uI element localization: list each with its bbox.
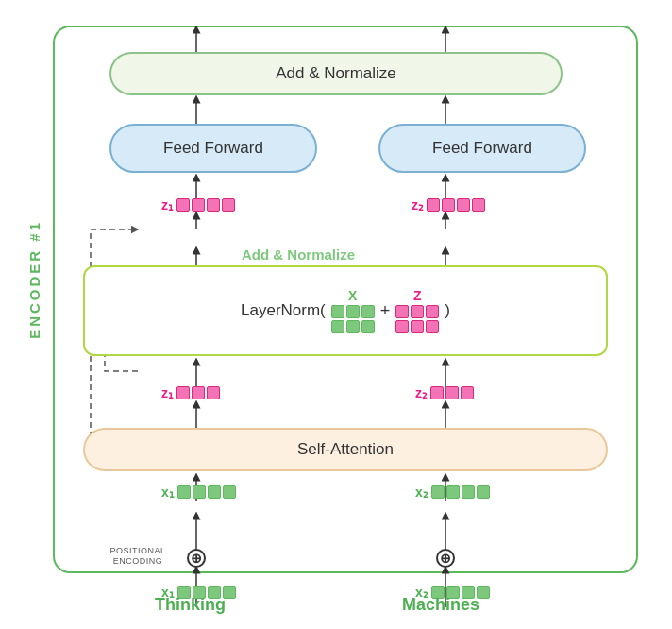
x2-input-right: x₂ bbox=[415, 484, 490, 500]
add-normalize-top: Add & Normalize bbox=[109, 52, 563, 95]
word-machines: Machines bbox=[402, 595, 479, 615]
diagram: ENCODER #1 bbox=[15, 12, 657, 617]
layernorm-content: LayerNorm( X + Z ) bbox=[241, 288, 450, 333]
x1-input-left: x₁ bbox=[161, 484, 236, 500]
z1-label-left: z₁ bbox=[161, 197, 235, 212]
layernorm-box: LayerNorm( X + Z ) bbox=[83, 265, 608, 356]
word-thinking: Thinking bbox=[155, 595, 226, 615]
positional-encoding-label: POSITIONAL ENCODING bbox=[100, 546, 176, 567]
z2-above-attn: z₂ bbox=[415, 385, 474, 400]
plus-circle-left: ⊕ bbox=[187, 549, 206, 568]
self-attention-box: Self-Attention bbox=[83, 428, 608, 471]
encoder-label: ENCODER #1 bbox=[26, 220, 42, 339]
z1-above-attn: z₁ bbox=[161, 385, 220, 400]
plus-circle-right: ⊕ bbox=[436, 549, 455, 568]
z2-label-right: z₂ bbox=[412, 197, 485, 212]
add-normalize-middle: Add & Normalize bbox=[242, 246, 355, 263]
feed-forward-left: Feed Forward bbox=[109, 124, 317, 173]
feed-forward-right: Feed Forward bbox=[378, 124, 586, 173]
